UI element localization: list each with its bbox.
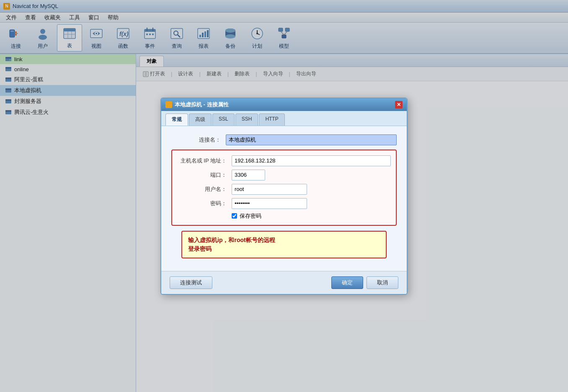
conn-name-input[interactable] — [226, 134, 397, 145]
dialog-tab-ssh[interactable]: SSH — [235, 113, 258, 126]
cancel-button[interactable]: 取消 — [367, 276, 398, 289]
password-row: 密码： — [177, 198, 391, 209]
conn-name-label: 连接名： — [171, 136, 226, 144]
host-label: 主机名或 IP 地址： — [177, 157, 232, 165]
port-input[interactable] — [232, 170, 265, 181]
dialog-title-text: 本地虚拟机 - 连接属性 — [175, 101, 395, 108]
username-label: 用户名： — [177, 186, 232, 193]
dialog-tab-advanced[interactable]: 高级 — [189, 113, 212, 126]
port-label: 端口： — [177, 171, 232, 179]
host-row: 主机名或 IP 地址： — [177, 155, 391, 166]
dialog-tab-ssl[interactable]: SSL — [212, 113, 235, 126]
port-row: 端口： — [177, 170, 391, 181]
dialog-title-bar: 本地虚拟机 - 连接属性 ✕ — [161, 98, 407, 111]
dialog-title-icon — [165, 101, 172, 108]
dialog-footer: 连接测试 确定 取消 — [161, 271, 407, 294]
conn-name-row: 连接名： — [171, 134, 397, 145]
host-input[interactable] — [232, 155, 391, 166]
save-password-row: 保存密码 — [177, 212, 391, 220]
annotation-text: 输入虚拟机ip，和root帐号的远程登录密码 — [188, 237, 275, 252]
footer-right-buttons: 确定 取消 — [331, 276, 398, 289]
dialog-body: 连接名： 主机名或 IP 地址： 端口： 用户名： — [161, 126, 407, 271]
dialog-overlay: 本地虚拟机 - 连接属性 ✕ 常规 高级 SSL SSH HTTP 连接名： 主… — [0, 0, 568, 392]
password-input[interactable] — [232, 198, 307, 209]
test-connection-button[interactable]: 连接测试 — [170, 276, 212, 289]
connection-details-section: 主机名或 IP 地址： 端口： 用户名： 密码： — [171, 150, 397, 226]
annotation-box: 输入虚拟机ip，和root帐号的远程登录密码 — [181, 231, 387, 258]
password-label: 密码： — [177, 200, 232, 207]
username-row: 用户名： — [177, 184, 391, 195]
dialog-tab-general[interactable]: 常规 — [165, 113, 188, 126]
ok-button[interactable]: 确定 — [331, 276, 363, 289]
save-password-label: 保存密码 — [240, 212, 261, 220]
dialog-close-button[interactable]: ✕ — [395, 101, 403, 108]
save-password-checkbox[interactable] — [232, 213, 237, 219]
dialog-tabs: 常规 高级 SSL SSH HTTP — [161, 111, 407, 126]
connection-dialog: 本地虚拟机 - 连接属性 ✕ 常规 高级 SSL SSH HTTP 连接名： 主… — [160, 98, 408, 295]
dialog-tab-http[interactable]: HTTP — [259, 113, 284, 126]
username-input[interactable] — [232, 184, 307, 195]
